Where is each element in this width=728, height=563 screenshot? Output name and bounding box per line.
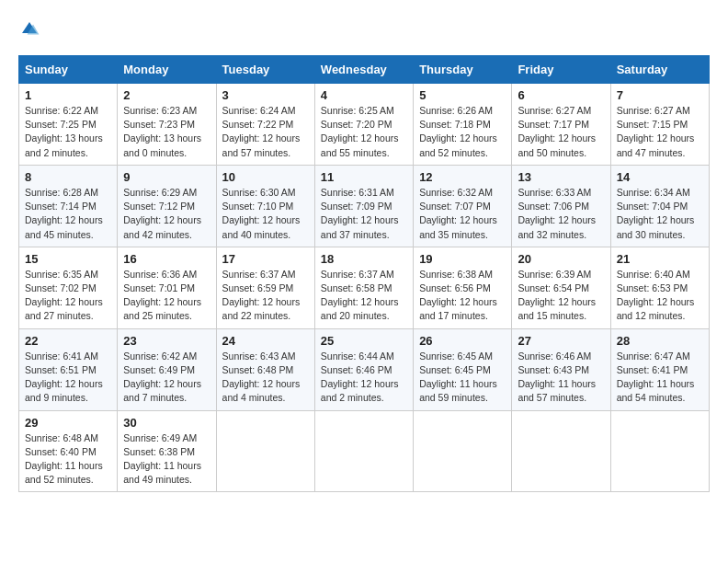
day-number: 15 [25,252,111,266]
day-info: Sunrise: 6:46 AM Sunset: 6:43 PM Dayligh… [518,350,604,406]
calendar-week-row: 8Sunrise: 6:28 AM Sunset: 7:14 PM Daylig… [19,165,710,247]
day-info: Sunrise: 6:27 AM Sunset: 7:15 PM Dayligh… [617,104,703,160]
calendar-cell: 3Sunrise: 6:24 AM Sunset: 7:22 PM Daylig… [216,84,314,166]
day-info: Sunrise: 6:45 AM Sunset: 6:45 PM Dayligh… [419,350,506,406]
calendar-cell: 10Sunrise: 6:30 AM Sunset: 7:10 PM Dayli… [216,165,314,247]
calendar-cell: 8Sunrise: 6:28 AM Sunset: 7:14 PM Daylig… [19,165,118,247]
day-number: 7 [617,88,703,102]
day-number: 16 [123,252,210,266]
day-info: Sunrise: 6:42 AM Sunset: 6:49 PM Dayligh… [123,350,210,406]
calendar-cell [314,410,413,492]
calendar-cell: 25Sunrise: 6:44 AM Sunset: 6:46 PM Dayli… [314,328,413,410]
day-info: Sunrise: 6:40 AM Sunset: 6:53 PM Dayligh… [617,268,703,324]
calendar-cell: 30Sunrise: 6:49 AM Sunset: 6:38 PM Dayli… [118,410,216,492]
calendar-cell: 22Sunrise: 6:41 AM Sunset: 6:51 PM Dayli… [19,328,118,410]
day-info: Sunrise: 6:47 AM Sunset: 6:41 PM Dayligh… [617,350,703,406]
calendar-cell: 13Sunrise: 6:33 AM Sunset: 7:06 PM Dayli… [512,165,610,247]
day-number: 25 [321,334,407,348]
day-number: 21 [617,252,703,266]
calendar-cell: 18Sunrise: 6:37 AM Sunset: 6:58 PM Dayli… [314,247,413,328]
day-number: 1 [25,88,111,102]
day-info: Sunrise: 6:44 AM Sunset: 6:46 PM Dayligh… [321,350,407,406]
calendar-cell: 28Sunrise: 6:47 AM Sunset: 6:41 PM Dayli… [610,328,709,410]
day-info: Sunrise: 6:29 AM Sunset: 7:12 PM Dayligh… [123,186,210,242]
day-of-week-header: Thursday [414,56,512,84]
day-info: Sunrise: 6:22 AM Sunset: 7:25 PM Dayligh… [25,104,111,160]
day-number: 8 [25,170,111,184]
day-number: 10 [222,170,309,184]
day-info: Sunrise: 6:32 AM Sunset: 7:07 PM Dayligh… [419,186,506,242]
day-number: 14 [617,170,703,184]
day-info: Sunrise: 6:35 AM Sunset: 7:02 PM Dayligh… [25,268,111,324]
day-number: 28 [617,334,703,348]
calendar-cell: 5Sunrise: 6:26 AM Sunset: 7:18 PM Daylig… [414,84,512,166]
day-number: 4 [321,88,407,102]
day-info: Sunrise: 6:30 AM Sunset: 7:10 PM Dayligh… [222,186,309,242]
calendar-cell [216,410,314,492]
day-of-week-header: Sunday [19,56,118,84]
day-number: 26 [419,334,506,348]
day-number: 17 [222,252,309,266]
day-number: 27 [518,334,604,348]
calendar-cell: 1Sunrise: 6:22 AM Sunset: 7:25 PM Daylig… [19,84,118,166]
calendar-cell: 26Sunrise: 6:45 AM Sunset: 6:45 PM Dayli… [414,328,512,410]
day-info: Sunrise: 6:31 AM Sunset: 7:09 PM Dayligh… [321,186,407,242]
calendar-cell: 23Sunrise: 6:42 AM Sunset: 6:49 PM Dayli… [118,328,216,410]
calendar-cell: 19Sunrise: 6:38 AM Sunset: 6:56 PM Dayli… [414,247,512,328]
day-number: 13 [518,170,604,184]
day-number: 29 [25,416,111,430]
logo-icon [18,18,40,40]
calendar-cell: 14Sunrise: 6:34 AM Sunset: 7:04 PM Dayli… [610,165,709,247]
calendar-cell: 7Sunrise: 6:27 AM Sunset: 7:15 PM Daylig… [610,84,709,166]
day-of-week-header: Monday [118,56,216,84]
day-info: Sunrise: 6:23 AM Sunset: 7:23 PM Dayligh… [123,104,210,160]
calendar-week-row: 29Sunrise: 6:48 AM Sunset: 6:40 PM Dayli… [19,410,710,492]
day-info: Sunrise: 6:37 AM Sunset: 6:58 PM Dayligh… [321,268,407,324]
day-info: Sunrise: 6:48 AM Sunset: 6:40 PM Dayligh… [25,431,111,488]
calendar-cell: 21Sunrise: 6:40 AM Sunset: 6:53 PM Dayli… [610,247,709,328]
day-info: Sunrise: 6:34 AM Sunset: 7:04 PM Dayligh… [617,186,703,242]
calendar-cell: 11Sunrise: 6:31 AM Sunset: 7:09 PM Dayli… [314,165,413,247]
day-of-week-header: Tuesday [216,56,314,84]
day-info: Sunrise: 6:24 AM Sunset: 7:22 PM Dayligh… [222,104,309,160]
day-number: 23 [123,334,210,348]
calendar-table: SundayMondayTuesdayWednesdayThursdayFrid… [18,55,710,492]
calendar-cell: 6Sunrise: 6:27 AM Sunset: 7:17 PM Daylig… [512,84,610,166]
day-info: Sunrise: 6:41 AM Sunset: 6:51 PM Dayligh… [25,350,111,406]
calendar-cell: 4Sunrise: 6:25 AM Sunset: 7:20 PM Daylig… [314,84,413,166]
calendar-cell: 9Sunrise: 6:29 AM Sunset: 7:12 PM Daylig… [118,165,216,247]
day-info: Sunrise: 6:28 AM Sunset: 7:14 PM Dayligh… [25,186,111,242]
day-info: Sunrise: 6:37 AM Sunset: 6:59 PM Dayligh… [222,268,309,324]
calendar-cell [610,410,709,492]
calendar-header: SundayMondayTuesdayWednesdayThursdayFrid… [19,56,710,84]
day-info: Sunrise: 6:36 AM Sunset: 7:01 PM Dayligh… [123,268,210,324]
day-number: 20 [518,252,604,266]
day-number: 12 [419,170,506,184]
calendar-cell: 29Sunrise: 6:48 AM Sunset: 6:40 PM Dayli… [19,410,118,492]
day-info: Sunrise: 6:43 AM Sunset: 6:48 PM Dayligh… [222,350,309,406]
day-info: Sunrise: 6:27 AM Sunset: 7:17 PM Dayligh… [518,104,604,160]
calendar-cell: 17Sunrise: 6:37 AM Sunset: 6:59 PM Dayli… [216,247,314,328]
calendar-cell: 24Sunrise: 6:43 AM Sunset: 6:48 PM Dayli… [216,328,314,410]
calendar-cell: 2Sunrise: 6:23 AM Sunset: 7:23 PM Daylig… [118,84,216,166]
calendar-week-row: 1Sunrise: 6:22 AM Sunset: 7:25 PM Daylig… [19,84,710,166]
day-number: 3 [222,88,309,102]
calendar-cell: 12Sunrise: 6:32 AM Sunset: 7:07 PM Dayli… [414,165,512,247]
day-of-week-header: Saturday [610,56,709,84]
day-info: Sunrise: 6:26 AM Sunset: 7:18 PM Dayligh… [419,104,506,160]
day-number: 5 [419,88,506,102]
calendar-cell [512,410,610,492]
calendar-week-row: 15Sunrise: 6:35 AM Sunset: 7:02 PM Dayli… [19,247,710,328]
calendar-cell: 20Sunrise: 6:39 AM Sunset: 6:54 PM Dayli… [512,247,610,328]
calendar-cell: 16Sunrise: 6:36 AM Sunset: 7:01 PM Dayli… [118,247,216,328]
day-of-week-header: Wednesday [314,56,413,84]
calendar-cell: 27Sunrise: 6:46 AM Sunset: 6:43 PM Dayli… [512,328,610,410]
day-number: 11 [321,170,407,184]
day-info: Sunrise: 6:49 AM Sunset: 6:38 PM Dayligh… [123,431,210,488]
day-number: 19 [419,252,506,266]
day-info: Sunrise: 6:39 AM Sunset: 6:54 PM Dayligh… [518,268,604,324]
calendar-week-row: 22Sunrise: 6:41 AM Sunset: 6:51 PM Dayli… [19,328,710,410]
day-number: 2 [123,88,210,102]
logo [18,18,44,40]
page-header [18,18,710,40]
